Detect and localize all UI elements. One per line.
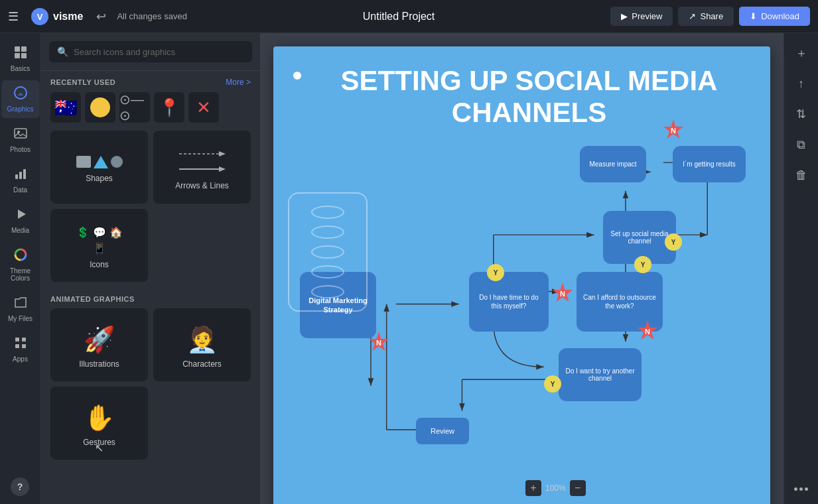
phone-illustration bbox=[288, 192, 368, 312]
svg-text:N: N bbox=[560, 290, 565, 298]
my-files-label: My Files bbox=[8, 315, 33, 322]
share-button[interactable]: ↗ Share bbox=[678, 7, 734, 26]
animated-section-title: ANIMATED GRAPHICS bbox=[41, 291, 260, 308]
canvas-area[interactable]: SETTING UP SOCIAL MEDIA CHANNELS bbox=[260, 33, 784, 504]
undo-button[interactable]: ↩ bbox=[96, 9, 106, 24]
arrow-line-2 bbox=[179, 164, 226, 176]
shape-triangle bbox=[94, 156, 108, 168]
search-icon: 🔍 bbox=[57, 46, 68, 57]
media-label: Media bbox=[11, 227, 29, 234]
svg-text:N: N bbox=[645, 328, 650, 336]
bullet-point bbox=[293, 72, 301, 80]
node-do-have-time[interactable]: Do I have time to do this myself? bbox=[469, 272, 549, 332]
illustrations-label: Illustrations bbox=[79, 359, 119, 369]
phone-oval-3 bbox=[311, 245, 344, 259]
node-review[interactable]: Review bbox=[416, 418, 469, 444]
svg-rect-11 bbox=[23, 169, 26, 179]
icons-card[interactable]: 💲 💬 🏠 📱 Icons bbox=[50, 209, 148, 282]
pin-icon: 📍 bbox=[159, 97, 180, 118]
add-element-button[interactable]: ＋ bbox=[788, 40, 815, 66]
arrows-lines-card[interactable]: Arrows & Lines bbox=[153, 131, 251, 204]
dot-1 bbox=[794, 487, 797, 491]
sidebar-item-theme-colors[interactable]: Theme Colors bbox=[1, 242, 40, 287]
recently-used-title: RECENTLY USED bbox=[50, 78, 115, 86]
download-button[interactable]: ⬇ Download bbox=[739, 7, 810, 26]
badge-y-2: Y bbox=[665, 233, 682, 251]
sidebar-item-my-files[interactable]: My Files bbox=[1, 290, 40, 328]
visme-logo-icon: V bbox=[31, 7, 49, 26]
sidebar-item-data[interactable]: Data bbox=[1, 161, 40, 199]
arrows-preview bbox=[179, 149, 226, 176]
sidebar-item-media[interactable]: Media bbox=[1, 202, 40, 239]
arrows-lines-label: Arrows & Lines bbox=[175, 181, 229, 190]
zoom-in-button[interactable]: + bbox=[525, 480, 541, 496]
recent-item-cross[interactable]: ✕ bbox=[188, 92, 219, 123]
apps-label: Apps bbox=[13, 355, 28, 363]
recent-item-flag[interactable]: 🇦🇺 bbox=[50, 92, 81, 123]
apps-icon bbox=[13, 336, 28, 353]
duplicate-icon: ⧉ bbox=[797, 138, 805, 152]
sidebar-item-apps[interactable]: Apps bbox=[1, 330, 40, 368]
badge-y-3: Y bbox=[634, 256, 651, 273]
menu-icon[interactable]: ☰ bbox=[8, 9, 19, 24]
node-measure-impact[interactable]: Measure impact bbox=[580, 146, 646, 182]
theme-colors-icon bbox=[13, 247, 28, 265]
align-button[interactable]: ⇅ bbox=[788, 101, 815, 127]
shape-circle bbox=[111, 156, 123, 168]
main-area: Basics Graphics Photos Data Media bbox=[0, 33, 818, 504]
upload-icon: ↑ bbox=[798, 77, 804, 91]
project-title[interactable]: Untitled Project bbox=[194, 11, 604, 23]
node-getting-results[interactable]: I´m getting results bbox=[673, 146, 746, 182]
sidebar-item-basics[interactable]: Basics bbox=[1, 40, 40, 78]
more-link[interactable]: More > bbox=[226, 78, 251, 87]
phone-oval-2 bbox=[311, 225, 344, 239]
basics-label: Basics bbox=[11, 65, 30, 72]
svg-rect-7 bbox=[15, 129, 27, 138]
topbar: ☰ V visme ↩ All changes saved Untitled P… bbox=[0, 0, 818, 33]
search-box[interactable]: 🔍 bbox=[49, 41, 252, 62]
yellow-circle bbox=[90, 97, 110, 117]
cross-icon: ✕ bbox=[196, 97, 211, 118]
duplicate-button[interactable]: ⧉ bbox=[788, 131, 815, 158]
search-input[interactable] bbox=[74, 47, 244, 57]
svg-text:V: V bbox=[37, 12, 43, 22]
svg-marker-19 bbox=[219, 151, 226, 157]
dot-3 bbox=[805, 487, 808, 491]
svg-marker-21 bbox=[219, 166, 226, 172]
media-icon bbox=[13, 207, 28, 225]
rocket-icon: 🚀 bbox=[84, 325, 115, 354]
characters-card[interactable]: 🧑‍💼 Characters bbox=[153, 308, 251, 381]
gestures-card[interactable]: ✋ Gestures ↖ bbox=[50, 387, 148, 460]
recent-item-pin[interactable]: 📍 bbox=[154, 92, 184, 123]
icons-preview: 💲 💬 🏠 📱 bbox=[73, 226, 126, 255]
recently-used-items: 🇦🇺 ⊙—⊙ 📍 ✕ bbox=[41, 92, 260, 131]
flag-emoji: 🇦🇺 bbox=[54, 97, 78, 119]
preview-button[interactable]: ▶ Preview bbox=[610, 7, 673, 26]
canvas-slide[interactable]: SETTING UP SOCIAL MEDIA CHANNELS bbox=[273, 46, 770, 504]
node-try-another[interactable]: Do I want to try another channel bbox=[559, 348, 642, 401]
delete-button[interactable]: 🗑 bbox=[788, 162, 815, 188]
graphics-panel: 🔍 RECENTLY USED More > 🇦🇺 ⊙—⊙ 📍 ✕ bbox=[41, 33, 260, 504]
recent-item-connector[interactable]: ⊙—⊙ bbox=[119, 92, 150, 123]
phone-content bbox=[289, 194, 366, 310]
basics-icon bbox=[13, 45, 28, 63]
dollar-icon: 💲 bbox=[76, 226, 90, 239]
zoom-out-button[interactable]: − bbox=[570, 480, 586, 496]
shapes-label: Shapes bbox=[86, 174, 113, 183]
download-icon: ⬇ bbox=[750, 11, 757, 21]
data-icon bbox=[13, 166, 28, 184]
preview-icon: ▶ bbox=[621, 11, 628, 21]
phone-oval-5 bbox=[311, 285, 344, 298]
sidebar-item-photos[interactable]: Photos bbox=[1, 121, 40, 158]
sidebar-item-graphics[interactable]: Graphics bbox=[1, 80, 40, 118]
badge-y-1: Y bbox=[487, 264, 504, 281]
recent-item-circle[interactable] bbox=[85, 92, 115, 123]
help-button[interactable]: ? bbox=[11, 477, 29, 496]
zoom-controls: + 100% − bbox=[525, 480, 586, 496]
badge-n-1: N bbox=[663, 119, 684, 143]
shapes-card[interactable]: Shapes bbox=[50, 131, 148, 204]
more-dots[interactable] bbox=[794, 487, 808, 497]
dot-2 bbox=[799, 487, 803, 491]
illustrations-card[interactable]: 🚀 Illustrations bbox=[50, 308, 148, 381]
upload-button[interactable]: ↑ bbox=[788, 70, 815, 97]
